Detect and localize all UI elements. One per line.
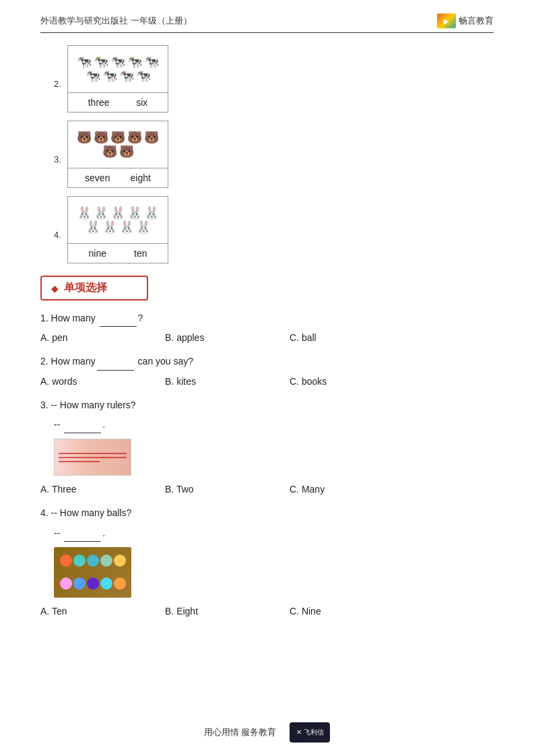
answer-option-3a[interactable]: A. Three (40, 481, 165, 498)
animal-icon: 🐻 (102, 146, 117, 158)
animal-icon: 🐰 (102, 221, 117, 233)
animal-icon: 🐰 (144, 207, 159, 219)
answer-options-1: A. pen B. apples C. ball (40, 329, 494, 346)
animals-grid-2: 🐄 🐄 🐄 🐄 🐄 🐄 🐄 🐄 🐄 (73, 56, 162, 82)
ball (87, 577, 99, 590)
ruler-line (59, 453, 127, 454)
section-heading-text: 单项选择 (64, 281, 107, 295)
ball (60, 555, 72, 567)
question-block-1: 1. How many ? A. pen B. apples C. ball (40, 310, 494, 346)
animal-icon: 🐰 (86, 221, 100, 233)
animal-icon: 🐰 (77, 207, 92, 219)
question-block-4: 4. -- How many balls? -- . A. Ten B. Eig… (40, 505, 494, 620)
header-logo: 畅言教育 (437, 13, 494, 28)
label2-3: eight (131, 172, 151, 183)
animal-icon: 🐄 (110, 56, 125, 68)
answer-option-2c[interactable]: C. books (290, 373, 414, 390)
label1-2: three (88, 97, 110, 108)
label1-3: seven (85, 172, 110, 183)
ball (114, 577, 126, 590)
word-card-labels-4: nine ten (68, 244, 168, 263)
label1-4: nine (89, 248, 106, 259)
ball (100, 577, 112, 590)
header-title: 外语教学与研究出版社 一年级（上册） (40, 15, 192, 27)
numbered-item-2: 2. 🐄 🐄 🐄 🐄 🐄 🐄 🐄 🐄 🐄 (54, 45, 494, 113)
answer-option-4b[interactable]: B. Eight (165, 603, 290, 620)
question-block-3: 3. -- How many rulers? -- . A. Three B. … (40, 397, 494, 499)
ball (87, 555, 99, 567)
numbered-item-4: 4. 🐰 🐰 🐰 🐰 🐰 🐰 🐰 🐰 🐰 (54, 196, 494, 263)
section-heading: ◆ 单项选择 (40, 276, 148, 301)
footer-text: 用心用情 服务教育 (204, 726, 277, 738)
diamond-icon: ◆ (51, 283, 59, 294)
q2-blank (97, 370, 134, 371)
ball (73, 577, 86, 590)
answer-option-3c[interactable]: C. Many (290, 481, 414, 498)
footer: 用心用情 服务教育 ✕ 飞利信 (0, 722, 534, 743)
question-text-1: 1. How many ? (40, 310, 494, 327)
numbered-section: 2. 🐄 🐄 🐄 🐄 🐄 🐄 🐄 🐄 🐄 (54, 45, 494, 263)
question-text-3: 3. -- How many rulers? (40, 397, 494, 414)
ruler-image (54, 439, 131, 476)
ruler-markings (55, 439, 131, 475)
word-card-image-2: 🐄 🐄 🐄 🐄 🐄 🐄 🐄 🐄 🐄 (68, 46, 168, 93)
q2-text: 2. How many can you say? (40, 356, 193, 367)
answer-option-1c[interactable]: C. ball (290, 329, 414, 346)
word-card-4: 🐰 🐰 🐰 🐰 🐰 🐰 🐰 🐰 🐰 nine ten (67, 196, 168, 263)
label2-4: ten (134, 248, 147, 259)
q1-text: 1. How many ? (40, 313, 143, 323)
word-card-2: 🐄 🐄 🐄 🐄 🐄 🐄 🐄 🐄 🐄 three six (67, 45, 168, 113)
answer-option-1b[interactable]: B. apples (165, 329, 290, 346)
ball (100, 555, 112, 567)
animal-icon: 🐻 (144, 131, 159, 144)
logo-text: 畅言教育 (459, 15, 494, 27)
ball (73, 555, 86, 567)
animal-icon: 🐄 (136, 70, 151, 82)
answer-options-3: A. Three B. Two C. Many (40, 481, 494, 498)
answer-option-1a[interactable]: A. pen (40, 329, 165, 346)
animal-icon: 🐰 (110, 207, 125, 219)
logo-icon (437, 13, 456, 28)
word-card-image-3: 🐻 🐻 🐻 🐻 🐻 🐻 🐻 (68, 121, 168, 168)
animal-icon: 🐄 (119, 70, 134, 82)
animal-icon: 🐻 (119, 146, 134, 158)
answer-option-2a[interactable]: A. words (40, 373, 165, 390)
q4-blank (64, 541, 101, 542)
q4-sub-answer: -- . (54, 525, 494, 542)
header: 外语教学与研究出版社 一年级（上册） 畅言教育 (40, 13, 494, 33)
answer-options-2: A. words B. kites C. books (40, 373, 494, 390)
animal-icon: 🐻 (127, 131, 142, 144)
label2-2: six (136, 97, 147, 108)
answer-option-3b[interactable]: B. Two (165, 481, 290, 498)
animals-grid-3: 🐻 🐻 🐻 🐻 🐻 🐻 🐻 (73, 131, 162, 158)
item-number-2: 2. (54, 45, 67, 89)
animals-grid-4: 🐰 🐰 🐰 🐰 🐰 🐰 🐰 🐰 🐰 (73, 207, 162, 233)
footer-logo: ✕ 飞利信 (290, 722, 330, 743)
balls-image (54, 547, 131, 598)
word-card-3: 🐻 🐻 🐻 🐻 🐻 🐻 🐻 seven eight (67, 121, 168, 188)
q1-blank (100, 326, 137, 327)
ball (60, 577, 72, 590)
question-text-4: 4. -- How many balls? (40, 505, 494, 522)
answer-options-4: A. Ten B. Eight C. Nine (40, 603, 494, 620)
item-number-3: 3. (54, 121, 67, 164)
answer-option-2b[interactable]: B. kites (165, 373, 290, 390)
answer-option-4c[interactable]: C. Nine (290, 603, 414, 620)
numbered-item-3: 3. 🐻 🐻 🐻 🐻 🐻 🐻 🐻 seven eight (54, 121, 494, 188)
ball (114, 555, 126, 567)
animal-icon: 🐻 (110, 131, 125, 144)
animal-icon: 🐄 (94, 56, 108, 68)
word-card-image-4: 🐰 🐰 🐰 🐰 🐰 🐰 🐰 🐰 🐰 (68, 197, 168, 244)
word-card-labels-3: seven eight (68, 168, 168, 187)
q3-sub-answer: -- . (54, 416, 494, 433)
page: 外语教学与研究出版社 一年级（上册） 畅言教育 2. 🐄 🐄 🐄 🐄 🐄 🐄 (0, 0, 534, 756)
animal-icon: 🐄 (86, 70, 100, 82)
animal-icon: 🐰 (127, 207, 142, 219)
animal-icon: 🐄 (127, 56, 142, 68)
answer-option-4a[interactable]: A. Ten (40, 603, 165, 620)
ruler-line (59, 457, 127, 458)
animal-icon: 🐰 (94, 207, 108, 219)
ruler-line (59, 461, 100, 462)
animal-icon: 🐻 (94, 131, 108, 144)
animal-icon: 🐰 (119, 221, 134, 233)
